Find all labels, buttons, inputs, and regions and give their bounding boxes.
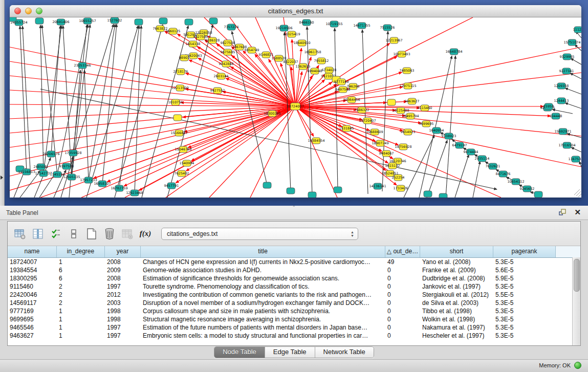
table-cell[interactable]: Genome-wide association studies in ADHD. bbox=[141, 266, 385, 274]
red-edge[interactable] bbox=[124, 106, 295, 186]
black-edge[interactable] bbox=[570, 73, 581, 79]
table-cell[interactable]: Wolkin et al. (1998) bbox=[420, 315, 493, 323]
table-cell[interactable]: Embryonic stem cells: a model to study s… bbox=[141, 332, 385, 340]
table-cell[interactable]: 0 bbox=[385, 332, 420, 340]
table-cell[interactable]: Nakamura et al. (1997) bbox=[420, 323, 493, 332]
table-cell[interactable]: 0 bbox=[385, 274, 420, 282]
black-edge[interactable] bbox=[579, 161, 581, 167]
table-cell[interactable]: 5.3E-5 bbox=[493, 323, 556, 332]
red-edge[interactable] bbox=[186, 73, 295, 106]
table-row[interactable]: 1456911722003Disruption of a novel membe… bbox=[8, 299, 580, 307]
vertical-scrollbar[interactable] bbox=[572, 257, 580, 345]
canvas-resize-grip-icon[interactable] bbox=[574, 189, 581, 197]
table-cell[interactable]: Estimation of the future numbers of pati… bbox=[141, 323, 385, 332]
graph-node[interactable] bbox=[263, 182, 271, 188]
table-cell[interactable]: 1997 bbox=[105, 323, 141, 332]
tab-node-table[interactable]: Node Table bbox=[214, 347, 265, 358]
table-cell[interactable]: 9777169 bbox=[8, 307, 57, 315]
black-edge[interactable] bbox=[40, 25, 43, 173]
graph-node[interactable] bbox=[173, 115, 182, 121]
graph-node[interactable] bbox=[287, 188, 295, 194]
table-cell[interactable]: Disruption of a novel member of a sodium… bbox=[141, 299, 385, 307]
tab-network-table[interactable]: Network Table bbox=[315, 347, 374, 358]
table-cell[interactable]: 0 bbox=[385, 323, 420, 332]
table-cell[interactable]: 14569117 bbox=[8, 299, 57, 307]
black-edge[interactable] bbox=[565, 88, 581, 94]
black-edge[interactable] bbox=[135, 26, 141, 193]
black-edge[interactable] bbox=[51, 26, 60, 154]
table-row[interactable]: 977716911998Corpus callosum shape and si… bbox=[8, 307, 580, 315]
show-columns-button[interactable] bbox=[32, 228, 44, 240]
table-row[interactable]: 1872400712008Changes of HCN gene express… bbox=[8, 258, 580, 266]
table-cell[interactable]: 1 bbox=[57, 307, 105, 315]
column-header-year[interactable]: year bbox=[105, 246, 141, 257]
panel-collapse-arrow-icon[interactable] bbox=[1, 176, 3, 180]
graph-node[interactable] bbox=[159, 18, 167, 24]
table-cell[interactable]: 1 bbox=[57, 323, 105, 332]
black-edge[interactable] bbox=[40, 89, 497, 189]
table-cell[interactable]: 5.3E-5 bbox=[493, 307, 556, 315]
table-cell[interactable]: Corpus callosum shape and size in male p… bbox=[141, 307, 385, 315]
black-edge[interactable] bbox=[89, 24, 115, 180]
table-cell[interactable]: 18300295 bbox=[8, 274, 57, 282]
table-cell[interactable]: Investigating the contribution of common… bbox=[141, 291, 385, 299]
table-cell[interactable]: 0 bbox=[385, 266, 420, 274]
black-edge[interactable] bbox=[84, 70, 89, 180]
table-cell[interactable]: 0 bbox=[385, 282, 420, 291]
table-row[interactable]: 969969511998Structural magnetic resonanc… bbox=[8, 315, 580, 323]
column-header-title[interactable]: title bbox=[141, 246, 385, 257]
graph-node[interactable] bbox=[185, 19, 193, 25]
table-cell[interactable]: 18724007 bbox=[8, 258, 57, 266]
black-edge[interactable] bbox=[473, 161, 480, 198]
table-cell[interactable]: 0 bbox=[385, 307, 420, 315]
table-cell[interactable]: Tourette syndrome. Phenomenology and cla… bbox=[141, 282, 385, 291]
column-header-in_degree[interactable]: in_degree bbox=[57, 246, 105, 257]
black-edge[interactable] bbox=[565, 103, 581, 108]
table-cell[interactable]: 9115460 bbox=[8, 282, 57, 291]
table-cell[interactable]: 5.3E-5 bbox=[493, 282, 556, 291]
graph-node[interactable] bbox=[534, 191, 542, 198]
table-cell[interactable]: Yano et al. (2008) bbox=[420, 258, 493, 266]
table-cell[interactable]: 2008 bbox=[105, 274, 141, 282]
black-edge[interactable] bbox=[571, 147, 581, 152]
table-cell[interactable]: 19384554 bbox=[8, 266, 57, 274]
table-cell[interactable]: 2 bbox=[57, 299, 105, 307]
red-edge[interactable] bbox=[185, 89, 295, 106]
table-cell[interactable]: Changes of HCN gene expression and I(f) … bbox=[141, 258, 385, 266]
scrollbar-thumb[interactable] bbox=[574, 259, 580, 292]
black-edge[interactable] bbox=[455, 155, 469, 198]
table-cell[interactable]: 1998 bbox=[105, 307, 141, 315]
graph-node[interactable] bbox=[209, 18, 217, 24]
table-cell[interactable]: 0 bbox=[385, 299, 420, 307]
table-cell[interactable]: Stergiakouli et al. (2012) bbox=[420, 291, 493, 299]
table-cell[interactable]: 1 bbox=[57, 315, 105, 323]
table-cell[interactable]: 2012 bbox=[105, 291, 141, 299]
table-cell[interactable]: Dudbridge et al. (2008) bbox=[420, 274, 493, 282]
table-cell[interactable]: 1 bbox=[57, 258, 105, 266]
select-rows-button[interactable] bbox=[50, 228, 62, 240]
table-cell[interactable]: 1998 bbox=[105, 315, 141, 323]
network-canvas[interactable]: 2405572420691406106552571527602735722419… bbox=[10, 17, 581, 198]
table-cell[interactable]: 2003 bbox=[105, 299, 141, 307]
table-cell[interactable]: Hescheler et al. (1997) bbox=[420, 332, 493, 340]
column-header-out_de[interactable]: △ out_de… bbox=[385, 246, 420, 257]
tab-edge-table[interactable]: Edge Table bbox=[265, 347, 315, 358]
table-cell[interactable]: 5.6E-5 bbox=[493, 266, 556, 274]
column-header-pagerank[interactable]: pagerank bbox=[493, 246, 556, 257]
table-cell[interactable]: 9699695 bbox=[8, 315, 57, 323]
red-edge[interactable] bbox=[186, 106, 295, 171]
table-source-select[interactable]: citations_edges.txt ▲▼ bbox=[161, 228, 358, 240]
red-edge[interactable] bbox=[189, 60, 295, 106]
network-window[interactable]: citations_edges.txt 24055724206914061065… bbox=[10, 5, 581, 197]
table-cell[interactable]: 5.3E-5 bbox=[493, 258, 556, 266]
table-mode-button[interactable] bbox=[14, 228, 26, 240]
table-row[interactable]: 1830029562008Estimation of significance … bbox=[8, 274, 580, 282]
black-edge[interactable] bbox=[20, 26, 27, 172]
graph-node[interactable] bbox=[35, 18, 43, 24]
table-cell[interactable]: Jankovic et al. (1997) bbox=[420, 282, 493, 291]
table-cell[interactable]: 0 bbox=[385, 315, 420, 323]
table-cell[interactable]: 9463627 bbox=[8, 332, 57, 340]
table-cell[interactable]: Estimation of significance thresholds fo… bbox=[141, 274, 385, 282]
black-edge[interactable] bbox=[72, 70, 80, 177]
graph-node[interactable] bbox=[439, 193, 447, 198]
